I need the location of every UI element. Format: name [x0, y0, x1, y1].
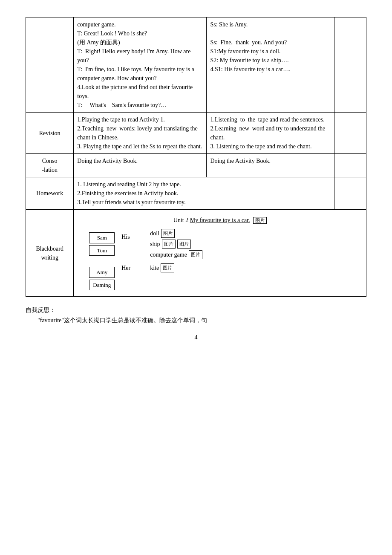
- pic-computergame: 图片: [189, 250, 202, 259]
- row-label-blackboard: Blackboardwriting: [26, 210, 74, 297]
- pic-ship2: 图片: [177, 240, 191, 249]
- his-label: His: [121, 232, 130, 241]
- table-row-consolidation: Conso-lation Doing the Activity Book. Do…: [26, 154, 366, 177]
- row-label-1: [26, 17, 74, 113]
- teacher-content-consolidation: Doing the Activity Book.: [74, 154, 207, 177]
- page-number: 4: [26, 334, 366, 341]
- extra-homework: [334, 177, 366, 210]
- homework-content: 1. Listening and reading Unit 2 by the t…: [74, 177, 334, 210]
- reflection-label: 自我反思：: [26, 307, 55, 313]
- pic-doll: 图片: [161, 229, 175, 238]
- blackboard-content: Unit 2 My favourite toy is a car. 图片 Sam…: [74, 210, 366, 297]
- table-row: computer game. T: Great! Look ! Who is s…: [26, 17, 366, 113]
- name-amy: Amy: [89, 267, 115, 278]
- toy-ship-text: ship: [150, 240, 160, 249]
- toy-row-kite: kite 图片: [150, 263, 202, 272]
- table-row-revision: Revision 1.Playing the tape to read Acti…: [26, 113, 366, 154]
- toy-row-doll: doll 图片: [150, 229, 202, 238]
- bb-names-column: Sam Tom Amy Daming: [89, 232, 115, 290]
- pic-kite: 图片: [161, 263, 174, 272]
- lesson-plan-table: computer game. T: Great! Look ! Who is s…: [26, 17, 366, 297]
- pic-ship: 图片: [162, 240, 176, 249]
- student-content-consolidation: Doing the Activity Book.: [207, 154, 334, 177]
- name-daming: Daming: [89, 280, 115, 291]
- toy-row-computergame: computer game 图片: [150, 250, 202, 259]
- extra-1: [334, 17, 366, 113]
- row-label-consolidation: Conso-lation: [26, 154, 74, 177]
- reflection-text: "favourite"这个词太长拗口学生总是读不准确。除去这个单词，句: [37, 317, 207, 324]
- toy-row-ship: ship 图片 图片: [150, 240, 202, 249]
- her-label: Her: [121, 263, 130, 272]
- teacher-content-1: computer game. T: Great! Look ! Who is s…: [74, 17, 207, 113]
- extra-revision: [334, 113, 366, 154]
- toy-computergame-text: computer game: [150, 250, 187, 259]
- table-row-blackboard: Blackboardwriting Unit 2 My favourite to…: [26, 210, 366, 297]
- table-row-homework: Homework 1. Listening and reading Unit 2…: [26, 177, 366, 210]
- pic-box-title: 图片: [253, 217, 267, 224]
- extra-consolidation: [334, 154, 366, 177]
- bb-title: Unit 2 My favourite toy is a car. 图片: [81, 216, 359, 225]
- name-sam: Sam: [89, 232, 115, 243]
- name-tom: Tom: [89, 245, 115, 256]
- teacher-content-revision: 1.Playing the tape to read Activity 1. 2…: [74, 113, 207, 154]
- toy-doll-text: doll: [150, 229, 159, 238]
- student-content-1: Ss: She is Amy. Ss: Fine, thank you. And…: [207, 17, 334, 113]
- row-label-revision: Revision: [26, 113, 74, 154]
- toy-kite-text: kite: [150, 263, 159, 272]
- reflection-section: 自我反思： "favourite"这个词太长拗口学生总是读不准确。除去这个单词，…: [26, 305, 366, 326]
- student-content-revision: 1.Listening to the tape and read the sen…: [207, 113, 334, 154]
- row-label-homework: Homework: [26, 177, 74, 210]
